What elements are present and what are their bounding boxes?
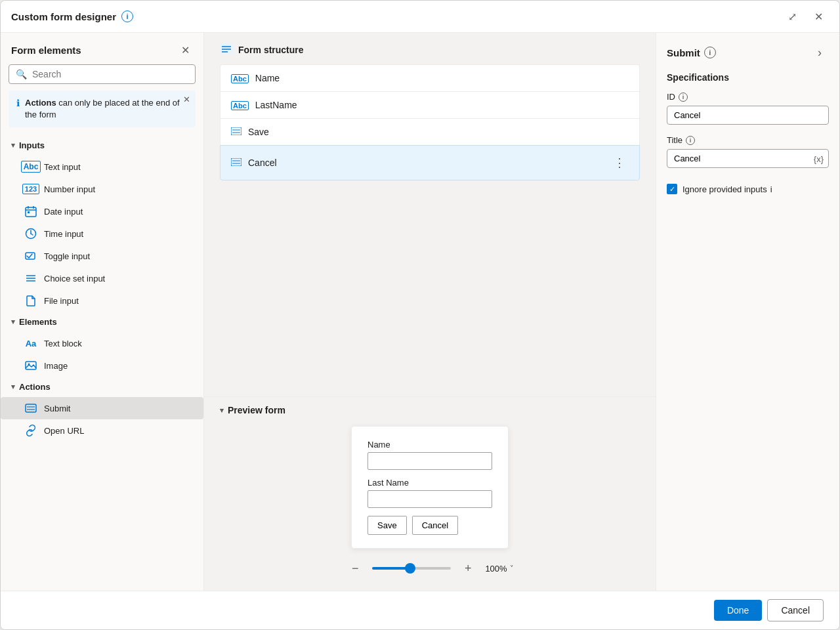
expand-button[interactable]: ⤢ <box>782 6 803 27</box>
sidebar-item-file-input[interactable]: File input <box>1 289 203 312</box>
preview-header[interactable]: ▾ Preview form <box>220 397 640 426</box>
svg-line-7 <box>31 234 33 235</box>
zoom-minus-button[interactable]: − <box>346 559 364 578</box>
sidebar-item-text-block[interactable]: Aa Text block <box>1 332 203 354</box>
sidebar-item-text-input[interactable]: Abc Text input <box>1 156 203 178</box>
form-structure-header: Form structure <box>204 33 656 64</box>
form-item-lastname[interactable]: Abc LastName <box>220 91 640 118</box>
sidebar-header: Form elements ✕ <box>1 33 203 64</box>
preview-lastname-input[interactable] <box>368 490 492 508</box>
svg-rect-24 <box>231 158 242 166</box>
right-panel-title-text: Submit <box>667 47 700 58</box>
notice-icon: ℹ <box>16 98 20 108</box>
preview-name-field: Name <box>368 440 492 470</box>
sidebar-close-button[interactable]: ✕ <box>177 42 193 58</box>
id-field-group: ID i <box>667 92 829 125</box>
actions-section-toggle[interactable]: ▾ Actions <box>1 377 203 397</box>
right-panel-header: Submit i › <box>667 43 829 62</box>
svg-rect-4 <box>28 211 30 213</box>
ignore-inputs-checkbox[interactable]: ✓ <box>667 184 677 194</box>
sidebar-item-number-input[interactable]: 123 Number input <box>1 178 203 200</box>
form-item-lastname-label: LastName <box>255 100 629 110</box>
open-url-icon <box>24 424 37 437</box>
form-item-cancel[interactable]: Cancel ⋮ <box>220 145 640 180</box>
time-input-icon <box>24 227 37 240</box>
zoom-chevron[interactable]: ˅ <box>510 564 514 573</box>
title-field-info-icon[interactable]: i <box>686 136 695 145</box>
form-item-lastname-icon: Abc <box>231 100 249 110</box>
right-panel-info-icon[interactable]: i <box>704 47 716 58</box>
app-info-icon[interactable]: i <box>121 10 133 22</box>
search-input[interactable] <box>32 69 188 79</box>
done-button[interactable]: Done <box>714 600 762 621</box>
elements-chevron: ▾ <box>11 318 15 326</box>
form-item-save[interactable]: Save <box>220 118 640 145</box>
notice-close-button[interactable]: ✕ <box>183 94 190 104</box>
sidebar-item-open-url[interactable]: Open URL <box>1 419 203 442</box>
center-panel: Form structure Abc Name Abc <box>204 33 656 591</box>
zoom-plus-button[interactable]: + <box>459 559 477 578</box>
form-structure-title: Form structure <box>238 45 304 55</box>
sidebar-item-date-input[interactable]: Date input <box>1 200 203 222</box>
window-close-button[interactable]: ✕ <box>808 6 829 27</box>
id-field-input[interactable] <box>667 106 829 125</box>
sidebar-item-time-input[interactable]: Time input <box>1 222 203 245</box>
zoom-controls: − + 100% ˅ <box>220 554 640 580</box>
form-item-name[interactable]: Abc Name <box>220 64 640 91</box>
inputs-chevron: ▾ <box>11 141 15 150</box>
svg-rect-0 <box>26 207 36 217</box>
form-item-name-icon: Abc <box>231 74 249 83</box>
zoom-slider[interactable] <box>372 567 451 570</box>
right-panel-nav-button[interactable]: › <box>810 43 829 62</box>
toggle-input-icon <box>24 249 37 262</box>
footer: Done Cancel <box>1 591 839 629</box>
submit-icon <box>24 402 37 415</box>
choice-set-input-icon <box>24 272 37 285</box>
image-icon <box>24 359 37 372</box>
preview-name-label: Name <box>368 440 492 450</box>
elements-section-toggle[interactable]: ▾ Elements <box>1 312 203 332</box>
id-field-info-icon[interactable]: i <box>679 93 688 102</box>
preview-cancel-btn[interactable]: Cancel <box>412 516 458 535</box>
form-item-save-label: Save <box>248 127 629 137</box>
ignore-inputs-info-icon[interactable]: i <box>770 184 772 194</box>
svg-rect-21 <box>231 127 242 135</box>
footer-cancel-button[interactable]: Cancel <box>767 599 824 621</box>
form-structure-icon <box>220 43 233 56</box>
date-input-label: Date input <box>44 207 83 217</box>
preview-name-input[interactable] <box>368 452 492 470</box>
text-block-label: Text block <box>44 339 82 348</box>
preview-chevron: ▾ <box>220 406 224 415</box>
form-item-cancel-label: Cancel <box>248 158 604 168</box>
preview-area: ▾ Preview form Name Last Name <box>204 396 656 591</box>
time-input-label: Time input <box>44 229 83 239</box>
title-bar-actions: ⤢ ✕ <box>782 6 829 27</box>
title-field-group: Title i {x} <box>667 135 829 168</box>
inputs-section-toggle[interactable]: ▾ Inputs <box>1 135 203 156</box>
title-field-variable-icon[interactable]: {x} <box>814 154 824 163</box>
main-layout: Form elements ✕ 🔍 ℹ Actions can only be … <box>1 33 839 591</box>
actions-section-label: Actions <box>19 382 51 392</box>
title-field-input[interactable] <box>667 149 829 168</box>
svg-rect-14 <box>26 404 36 412</box>
ignore-inputs-row: ✓ Ignore provided inputs i <box>667 184 829 194</box>
specs-title: Specifications <box>667 72 829 83</box>
choice-set-input-label: Choice set input <box>44 274 105 284</box>
number-input-label: Number input <box>44 184 95 194</box>
right-panel-title: Submit i <box>667 47 716 58</box>
sidebar-item-choice-set-input[interactable]: Choice set input <box>1 267 203 289</box>
search-icon: 🔍 <box>16 69 27 79</box>
sidebar-item-toggle-input[interactable]: Toggle input <box>1 245 203 267</box>
sidebar: Form elements ✕ 🔍 ℹ Actions can only be … <box>1 33 204 591</box>
form-items-list: Abc Name Abc LastName <box>204 64 656 180</box>
form-item-cancel-menu[interactable]: ⋮ <box>610 154 629 172</box>
form-item-name-label: Name <box>255 73 629 83</box>
actions-chevron: ▾ <box>11 383 15 391</box>
title-bar-left: Custom form designer i <box>11 10 133 22</box>
sidebar-item-submit[interactable]: Submit <box>1 397 203 419</box>
checkmark-icon: ✓ <box>669 185 675 194</box>
preview-save-btn[interactable]: Save <box>368 516 407 535</box>
text-input-icon: Abc <box>24 160 37 173</box>
sidebar-item-image[interactable]: Image <box>1 354 203 377</box>
mini-form: Name Last Name Save Cancel <box>351 426 509 549</box>
